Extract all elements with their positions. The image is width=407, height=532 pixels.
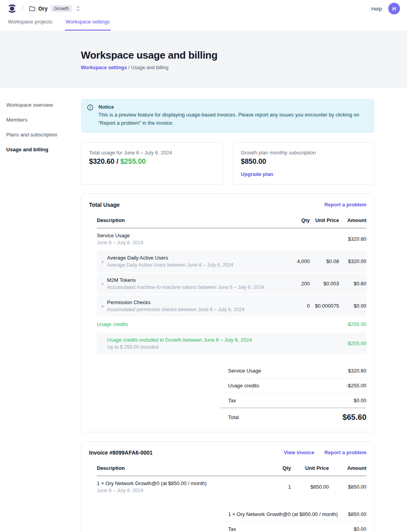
invoice-report-problem-link[interactable]: Report a problem [324, 450, 366, 455]
breadcrumb-slash: / [22, 5, 23, 12]
col-amount: Amount [339, 217, 366, 223]
summary-row: 1 × Ory Network Growth@0 (at $850.00 / m… [220, 507, 366, 522]
table-row: 1 × Ory Network Growth@0 (at $850.00 / m… [97, 476, 366, 498]
table-row: › Permission Checks Accumulated permissi… [97, 295, 366, 317]
row-qty: 1 [256, 484, 291, 490]
breadcrumb-current: Usage and billing [131, 65, 168, 70]
col-description: Description [97, 465, 256, 471]
invoice-table-header: Description Qty Unit Price Amount [97, 463, 366, 476]
usage-summary: Service Usage $320.60 Usage credits -$25… [220, 364, 366, 423]
invoice-card: Invoice #8099AFA6-0001 View invoice Repo… [81, 441, 375, 532]
workspace-name: Ory [38, 5, 48, 12]
summary-label: Service Usage [228, 368, 261, 374]
main-panel: Notice This is a preview feature for dis… [81, 88, 375, 532]
breadcrumb-separator: / [127, 65, 131, 70]
plan-badge: Growth [51, 5, 72, 12]
workspace-selector[interactable]: Ory Growth [29, 5, 80, 12]
usage-separator: / [114, 158, 120, 165]
row-name: Permission Checks [107, 299, 275, 305]
summary-value: $850.00 [348, 511, 366, 517]
top-bar: / Ory Growth Help H [0, 0, 407, 17]
summary-row: Usage credits -$255.00 [220, 378, 366, 393]
plan-amount: $850.00 [241, 158, 367, 166]
row-amount: -$255.00 [339, 321, 366, 327]
summary-value: $0.00 [353, 398, 366, 403]
invoice-card-header: Invoice #8099AFA6-0001 View invoice Repo… [89, 450, 366, 456]
col-amount: Amount [329, 465, 366, 471]
plan-label: Growth plan monthly subscription [241, 150, 367, 156]
summary-cards: Total usage for June 6 – July 6, 2024 $3… [81, 142, 375, 184]
summary-value: -$255.00 [346, 383, 366, 389]
summary-row: Service Usage $320.60 [220, 364, 366, 378]
tab-workspace-projects[interactable]: Workspace projects [7, 17, 53, 30]
usage-card-title: Total Usage [89, 202, 120, 208]
page: / Ory Growth Help H Workspace projects W… [0, 0, 407, 532]
notice-content: Notice This is a preview feature for dis… [98, 104, 368, 127]
info-icon [87, 104, 93, 127]
row-amount: $0.00 [339, 303, 366, 309]
row-subtext: Average Daily Active Users between June … [107, 262, 275, 268]
table-row: Usage credits included in Growth between… [97, 333, 366, 354]
row-name: 1 × Ory Network Growth@0 (at $850.00 / m… [97, 480, 256, 486]
summary-value: $320.60 [348, 368, 366, 374]
col-unit-price: Unit Price [310, 217, 339, 223]
row-subtext: Accumulated permission checks between Ju… [107, 307, 275, 312]
row-subtext: June 6 – July 6, 2024 [97, 488, 256, 493]
summary-row: Tax $0.00 [220, 393, 366, 408]
invoice-summary: 1 × Ory Network Growth@0 (at $850.00 / m… [220, 507, 366, 532]
row-qty: 0 [275, 303, 310, 309]
sidebar-item-members[interactable]: Members [6, 115, 81, 125]
tab-workspace-settings[interactable]: Workspace settings [65, 17, 111, 30]
sidebar-item-workspace-overview[interactable]: Workspace overview [6, 100, 81, 110]
summary-total-row: Total $65.60 [220, 408, 366, 423]
chevron-right-icon[interactable]: › [100, 258, 105, 265]
total-usage-table-card: Total Usage Report a problem Description… [81, 193, 375, 432]
sidebar-item-usage-and-billing[interactable]: Usage and billing [6, 145, 81, 154]
upgrade-plan-link[interactable]: Upgrade plan [241, 171, 273, 177]
row-unit-price: $0.003 [310, 281, 339, 287]
topbar-right: Help H [371, 3, 400, 14]
chevron-right-icon[interactable]: › [100, 302, 105, 310]
avatar[interactable]: H [388, 3, 400, 14]
breadcrumb-workspace-settings-link[interactable]: Workspace settings [81, 65, 127, 70]
row-name: Usage credits included in Growth between… [107, 337, 275, 343]
sidebar-item-plans-and-subscription[interactable]: Plans and subscription [6, 130, 81, 140]
ory-logo-icon[interactable] [7, 3, 17, 14]
help-link[interactable]: Help [371, 6, 382, 12]
summary-row: Tax $0.00 [220, 522, 366, 532]
row-subtext: Up to $ 255.00 included [107, 344, 275, 350]
row-amount: $0.60 [339, 281, 366, 287]
invoice-title: Invoice #8099AFA6-0001 [89, 450, 153, 456]
summary-label: Tax [228, 526, 236, 532]
notice-body: This is a preview feature for displaying… [98, 111, 368, 127]
total-usage-label: Total usage for June 6 – July 6, 2024 [89, 150, 215, 156]
summary-label: Usage credits [228, 383, 259, 389]
row-unit-price: $0.08 [310, 258, 339, 264]
view-invoice-link[interactable]: View invoice [284, 450, 314, 455]
folder-icon [29, 6, 35, 11]
row-qty: 4,000 [275, 258, 310, 264]
usage-card-header: Total Usage Report a problem [89, 202, 366, 208]
summary-label: 1 × Ory Network Growth@0 (at $850.00 / m… [228, 511, 338, 517]
usage-report-problem-link[interactable]: Report a problem [324, 202, 366, 208]
row-name: M2M Tokens [107, 277, 275, 283]
total-usage-card: Total usage for June 6 – July 6, 2024 $3… [81, 142, 223, 184]
row-name: Average Daily Active Users [107, 255, 275, 261]
plan-subscription-card: Growth plan monthly subscription $850.00… [233, 142, 375, 184]
row-amount: $850.00 [329, 484, 366, 490]
col-qty: Qty [275, 217, 310, 223]
row-subtext: June 6 – July 6, 2024 [97, 240, 275, 245]
row-unit-price: $0.000075 [310, 303, 339, 309]
usage-credit-amount: $255.00 [120, 158, 146, 165]
total-label: Total [228, 414, 239, 420]
page-title: Workspace usage and billing [81, 49, 407, 61]
row-amount: $320.60 [339, 236, 366, 242]
row-qty: 200 [275, 281, 310, 287]
row-amount: -$255.00 [339, 340, 366, 346]
breadcrumb: Workspace settings / Usage and billing [81, 65, 407, 70]
table-row: › M2M Tokens Accumulated machine-to-mach… [97, 273, 366, 294]
usage-amount: $320.60 [89, 158, 114, 165]
chevron-right-icon[interactable]: › [100, 280, 105, 287]
chevron-updown-icon [76, 6, 80, 11]
row-name: Service Usage [97, 233, 275, 238]
